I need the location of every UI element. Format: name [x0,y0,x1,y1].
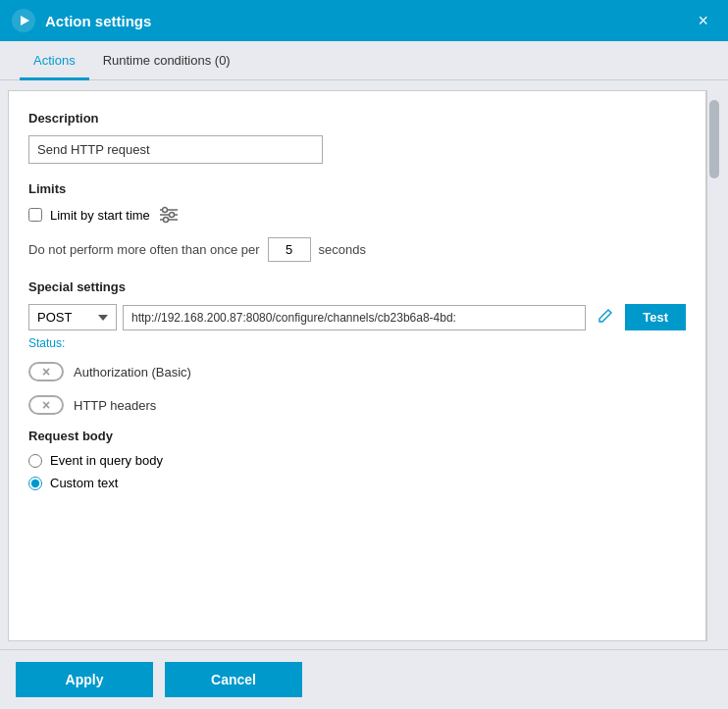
http-headers-row: HTTP headers [28,395,686,415]
once-per-row: Do not perform more often than once per … [28,237,686,262]
custom-text-label: Custom text [50,476,118,490]
tab-actions[interactable]: Actions [20,41,89,80]
custom-text-radio[interactable] [28,477,42,490]
http-headers-toggle[interactable] [28,395,64,415]
svg-point-6 [169,213,174,218]
scrollbar-thumb[interactable] [709,100,719,178]
limit-start-time-row: Limit by start time [28,206,686,224]
limit-start-time-label: Limit by start time [50,208,150,223]
scrollbar-track [706,90,720,641]
request-body-section: Request body Event in query body Custom … [28,429,686,490]
limits-section: Limits Limit by start time [28,181,686,262]
dialog-title: Action settings [45,13,690,29]
limits-label: Limits [28,181,686,196]
action-settings-dialog: Action settings × Actions Runtime condit… [0,0,728,709]
scroll-container: Description Limits Limit by start time [8,90,706,641]
url-input[interactable] [123,305,586,330]
tab-bar: Actions Runtime conditions (0) [0,41,728,80]
svg-point-5 [162,208,167,213]
seconds-label: seconds [319,242,366,257]
footer: Apply Cancel [0,649,728,709]
method-select[interactable]: POST GET PUT DELETE PATCH [28,304,117,330]
authorization-toggle[interactable] [28,362,64,381]
cancel-button[interactable]: Cancel [165,662,302,697]
special-settings-section: Special settings POST GET PUT DELETE PAT… [28,279,686,350]
title-bar: Action settings × [0,0,728,41]
svg-point-7 [163,218,168,223]
description-label: Description [28,111,686,126]
event-query-row: Event in query body [28,453,686,468]
close-button[interactable]: × [690,8,716,33]
once-per-label: Do not perform more often than once per [28,242,260,257]
content-area: Description Limits Limit by start time [0,80,728,649]
app-icon [12,9,35,32]
description-input[interactable] [28,135,323,164]
event-query-label: Event in query body [50,453,163,468]
http-headers-label: HTTP headers [74,398,156,413]
once-per-input[interactable] [268,237,311,262]
request-body-label: Request body [28,429,686,443]
custom-text-row: Custom text [28,476,686,490]
limit-start-time-checkbox[interactable] [28,208,42,222]
apply-button[interactable]: Apply [16,662,153,697]
edit-url-button[interactable] [592,304,619,330]
filter-icon [158,206,180,224]
special-settings-label: Special settings [28,279,686,294]
status-text: Status: [28,336,686,350]
authorization-row: Authorization (Basic) [28,362,686,381]
event-query-radio[interactable] [28,454,42,468]
tab-runtime-conditions[interactable]: Runtime conditions (0) [89,41,244,80]
method-url-row: POST GET PUT DELETE PATCH Test [28,304,686,330]
authorization-label: Authorization (Basic) [74,365,191,380]
test-button[interactable]: Test [625,304,686,330]
